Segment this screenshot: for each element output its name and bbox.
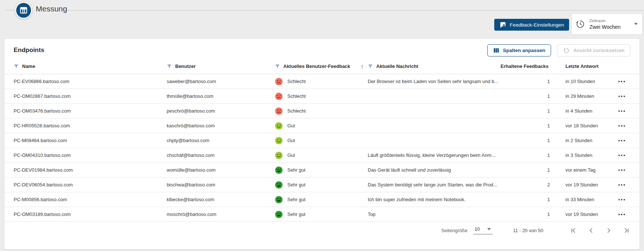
column-header-feedback[interactable]: Aktuelles Benutzer-Feedback ↑: [275, 63, 368, 69]
feedback-cell: Gut: [275, 137, 368, 145]
row-menu-button[interactable]: [617, 166, 627, 175]
page-size-label: Seitengröße: [442, 228, 468, 233]
last-answer: in 10 Stunden: [552, 79, 613, 84]
feedback-bad-icon: [275, 92, 283, 100]
column-header-count[interactable]: Erhaltene Feedbacks: [501, 63, 552, 69]
endpoint-name: PC-DEV01984.bartoso.com: [14, 167, 167, 173]
last-answer: in 33 Minuten: [552, 197, 613, 202]
history-icon: [575, 19, 585, 29]
table-row: PC-EV06866.bartoso.com saweber@bartoso.c…: [4, 74, 640, 89]
feedback-count: 1: [501, 108, 552, 114]
feedback-bad-icon: [275, 78, 283, 86]
row-menu-button[interactable]: [617, 195, 627, 204]
feedback-very-good-icon: [275, 210, 283, 219]
column-header-name[interactable]: Name: [14, 63, 167, 69]
reset-view-button[interactable]: Ansicht zurücksetzen: [557, 44, 630, 56]
endpoint-name: PC-OM04310.bartoso.com: [14, 152, 167, 158]
table-row: PC-OM03476.bartoso.com peschrö@bartoso.c…: [4, 104, 640, 118]
feedback-very-good-icon: [275, 196, 283, 204]
last-answer: in 3 Stunden: [552, 152, 613, 158]
feedback-cell: Schlecht: [275, 107, 368, 115]
feedback-count: 1: [501, 93, 552, 99]
endpoint-user: chschäf@bartoso.com: [167, 152, 275, 158]
filter-icon[interactable]: [368, 64, 373, 69]
row-menu-button[interactable]: [617, 151, 627, 160]
table-row: PC-OM04310.bartoso.com chschäf@bartoso.c…: [4, 148, 640, 163]
row-menu-button[interactable]: [617, 77, 627, 86]
feedback-message: Ich bin super zufrieden mit meinem Noteb…: [368, 197, 501, 202]
column-header-message[interactable]: Aktuelle Nachricht: [368, 63, 501, 69]
feedback-settings-label: Feedback-Einstellungen: [510, 22, 564, 28]
table-header-row: Name Benutzer Aktuelles Benutzer-Feedbac…: [4, 59, 640, 74]
feedback-message: Das Gerät läuft schnell und zuverlässig: [368, 167, 501, 173]
table-row: PC-HR05528.bartoso.com kaschrö@bartoso.c…: [4, 118, 640, 133]
endpoint-name: PC-EV06866.bartoso.com: [14, 79, 167, 84]
first-page-button[interactable]: [569, 226, 577, 234]
endpoint-user: moschrö@bartoso.com: [167, 212, 275, 217]
row-menu-button[interactable]: [617, 107, 627, 116]
filter-icon[interactable]: [14, 64, 19, 69]
previous-page-button[interactable]: [587, 226, 595, 234]
feedback-count: 1: [501, 138, 552, 143]
feedback-settings-button[interactable]: Feedback-Einstellungen: [494, 19, 569, 31]
period-label: Zeitraum: [589, 18, 630, 23]
feedback-very-good-icon: [275, 181, 283, 189]
feedback-label: Gut: [287, 138, 295, 143]
last-answer: vor 19 Stunden: [552, 182, 613, 188]
ellipsis-icon: [618, 95, 626, 98]
row-menu-button[interactable]: [617, 136, 627, 145]
ellipsis-icon: [618, 80, 626, 83]
row-menu-button[interactable]: [617, 121, 627, 130]
feedback-count: 2: [501, 182, 552, 188]
endpoint-name: PC-OM03189.bartoso.com: [14, 212, 167, 217]
feedback-label: Gut: [287, 123, 295, 128]
endpoints-panel: Endpoints Spalten anpassen Ansicht zurüc…: [4, 38, 640, 250]
page-size-select[interactable]: 10: [473, 226, 492, 234]
endpoint-user: kaschrö@bartoso.com: [167, 123, 275, 128]
feedback-count: 1: [501, 167, 552, 173]
endpoint-user: saweber@bartoso.com: [167, 79, 275, 84]
period-select[interactable]: Zeitraum Zwei Wochen: [571, 13, 643, 35]
feedback-label: Sehr gut: [287, 212, 305, 217]
pagination-bar: Seitengröße 10 11 - 20 von 50: [4, 222, 640, 239]
ellipsis-icon: [618, 198, 626, 201]
last-answer: vor 18 Stunden: [552, 123, 613, 128]
adjust-columns-button[interactable]: Spalten anpassen: [487, 44, 551, 56]
ellipsis-icon: [618, 124, 626, 127]
row-menu-button[interactable]: [617, 92, 627, 101]
sort-ascending-icon[interactable]: ↑: [361, 63, 364, 69]
table-body: PC-EV06866.bartoso.com saweber@bartoso.c…: [4, 74, 640, 222]
ellipsis-icon: [618, 139, 626, 142]
reset-icon: [563, 47, 570, 54]
column-header-last[interactable]: Letzte Antwort: [552, 63, 613, 69]
row-menu-button[interactable]: [617, 180, 627, 189]
last-page-button[interactable]: [622, 226, 630, 234]
column-header-user[interactable]: Benutzer: [167, 63, 275, 69]
feedback-label: Gut: [287, 152, 295, 158]
panel-title: Endpoints: [14, 47, 44, 54]
filter-icon[interactable]: [275, 64, 280, 69]
feedback-message: Der Browser ist beim Laden von Seiten se…: [368, 79, 501, 84]
next-page-button[interactable]: [605, 226, 613, 234]
feedback-message: Top: [368, 212, 501, 217]
adjust-columns-label: Spalten anpassen: [503, 48, 545, 53]
row-menu-button[interactable]: [617, 210, 627, 219]
feedback-label: Schlecht: [287, 93, 306, 99]
endpoint-user: thmülle@bartoso.com: [167, 93, 275, 99]
feedback-cell: Sehr gut: [275, 166, 368, 174]
feedback-message: Läuft größtenteils flüssig, kleine Verzö…: [368, 152, 501, 158]
feedback-label: Schlecht: [287, 108, 306, 114]
endpoint-name: PC-OM02867.bartoso.com: [14, 93, 167, 99]
feedback-cell: Schlecht: [275, 92, 368, 100]
app-title: Messung: [36, 4, 67, 13]
first-page-icon: [570, 227, 577, 234]
feedback-message: Das System benötigt sehr lange zum Start…: [368, 182, 501, 188]
table-row: PC-OM03189.bartoso.com moschrö@bartoso.c…: [4, 207, 640, 222]
filter-icon[interactable]: [167, 64, 172, 69]
pagination-range: 11 - 20 von 50: [513, 228, 543, 233]
chevron-left-icon: [588, 227, 595, 234]
chevron-down-icon: [487, 228, 491, 230]
feedback-cell: Sehr gut: [275, 196, 368, 204]
feedback-label: Sehr gut: [287, 167, 305, 173]
last-answer: in 2 Stunden: [552, 138, 613, 143]
